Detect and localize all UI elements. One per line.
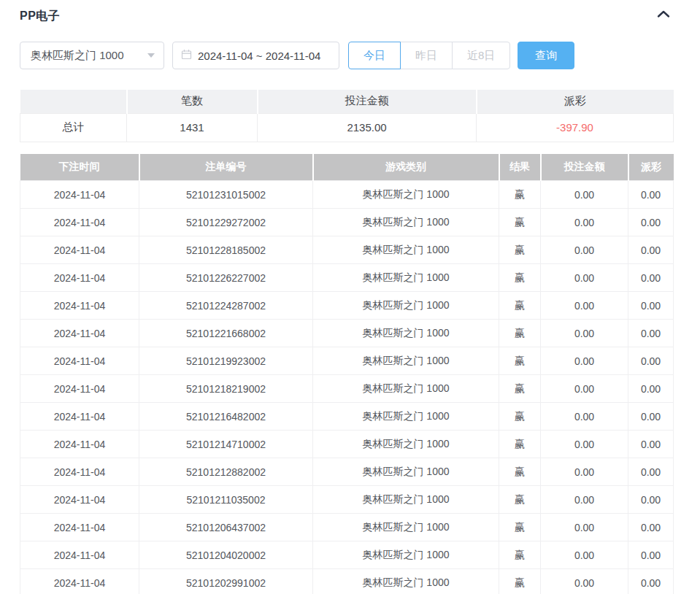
cell-payout: 0.00 <box>628 541 674 569</box>
date-range-value: 2024-11-04 ~ 2024-11-04 <box>198 50 320 62</box>
last-8-days-button[interactable]: 近8日 <box>452 42 510 69</box>
summary-header-blank <box>20 90 127 113</box>
summary-table: 笔数 投注金额 派彩 总计 1431 2135.00 -397.90 <box>20 90 674 142</box>
cell-bet-time: 2024-11-04 <box>20 431 139 458</box>
summary-header-count: 笔数 <box>127 90 258 113</box>
bet-table-body: 2024-11-0452101231015002奥林匹斯之门 1000赢0.00… <box>20 181 674 594</box>
header-result: 结果 <box>499 154 541 181</box>
pp-electronic-panel: PP电子 奥林匹斯之门 1000 2024-11-04 ~ 2024-11-04… <box>0 0 700 594</box>
cell-order-number: 52101228185002 <box>139 236 313 264</box>
game-select-value: 奥林匹斯之门 1000 <box>31 49 147 63</box>
today-button[interactable]: 今日 <box>348 42 401 69</box>
cell-payout: 0.00 <box>628 292 674 320</box>
summary-total-payout: -397.90 <box>477 113 674 142</box>
table-row: 2024-11-0452101211035002奥林匹斯之门 1000赢0.00… <box>20 486 674 514</box>
table-row: 2024-11-0452101231015002奥林匹斯之门 1000赢0.00… <box>20 181 674 209</box>
caret-down-icon <box>147 53 155 58</box>
cell-game-category: 奥林匹斯之门 1000 <box>313 181 499 209</box>
cell-bet-amount: 0.00 <box>541 514 628 541</box>
cell-bet-time: 2024-11-04 <box>20 236 139 264</box>
cell-order-number: 52101211035002 <box>139 486 313 514</box>
cell-payout: 0.00 <box>628 236 674 264</box>
cell-bet-amount: 0.00 <box>541 431 628 458</box>
cell-bet-amount: 0.00 <box>541 486 628 514</box>
cell-payout: 0.00 <box>628 431 674 458</box>
cell-result: 赢 <box>499 375 541 403</box>
cell-payout: 0.00 <box>628 458 674 486</box>
summary-total-count: 1431 <box>127 113 258 142</box>
cell-payout: 0.00 <box>628 181 674 209</box>
table-row: 2024-11-0452101228185002奥林匹斯之门 1000赢0.00… <box>20 236 674 264</box>
cell-game-category: 奥林匹斯之门 1000 <box>313 403 499 431</box>
cell-result: 赢 <box>499 320 541 347</box>
date-range-input[interactable]: 2024-11-04 ~ 2024-11-04 <box>172 42 339 69</box>
cell-bet-time: 2024-11-04 <box>20 375 139 403</box>
cell-order-number: 52101231015002 <box>139 181 313 209</box>
cell-result: 赢 <box>499 347 541 375</box>
yesterday-button[interactable]: 昨日 <box>400 42 453 69</box>
cell-result: 赢 <box>499 569 541 594</box>
cell-result: 赢 <box>499 209 541 236</box>
cell-bet-time: 2024-11-04 <box>20 292 139 320</box>
summary-header-bet-amount: 投注金额 <box>258 90 477 113</box>
cell-payout: 0.00 <box>628 347 674 375</box>
table-row: 2024-11-0452101224287002奥林匹斯之门 1000赢0.00… <box>20 292 674 320</box>
cell-game-category: 奥林匹斯之门 1000 <box>313 569 499 594</box>
cell-bet-time: 2024-11-04 <box>20 264 139 292</box>
table-row: 2024-11-0452101218219002奥林匹斯之门 1000赢0.00… <box>20 375 674 403</box>
cell-bet-amount: 0.00 <box>541 375 628 403</box>
cell-bet-amount: 0.00 <box>541 236 628 264</box>
cell-bet-amount: 0.00 <box>541 458 628 486</box>
cell-bet-time: 2024-11-04 <box>20 347 139 375</box>
cell-bet-time: 2024-11-04 <box>20 569 139 594</box>
header-order-number: 注单编号 <box>139 154 313 181</box>
header-bet-amount: 投注金额 <box>541 154 628 181</box>
cell-order-number: 52101206437002 <box>139 514 313 541</box>
cell-order-number: 52101218219002 <box>139 375 313 403</box>
header-payout: 派彩 <box>628 154 674 181</box>
cell-payout: 0.00 <box>628 209 674 236</box>
cell-game-category: 奥林匹斯之门 1000 <box>313 209 499 236</box>
table-row: 2024-11-0452101219923002奥林匹斯之门 1000赢0.00… <box>20 347 674 375</box>
cell-game-category: 奥林匹斯之门 1000 <box>313 514 499 541</box>
cell-order-number: 52101212882002 <box>139 458 313 486</box>
cell-game-category: 奥林匹斯之门 1000 <box>313 375 499 403</box>
cell-bet-amount: 0.00 <box>541 181 628 209</box>
cell-order-number: 52101204020002 <box>139 541 313 569</box>
cell-bet-amount: 0.00 <box>541 347 628 375</box>
cell-result: 赢 <box>499 236 541 264</box>
cell-bet-time: 2024-11-04 <box>20 541 139 569</box>
cell-payout: 0.00 <box>628 569 674 594</box>
cell-order-number: 52101221668002 <box>139 320 313 347</box>
cell-game-category: 奥林匹斯之门 1000 <box>313 236 499 264</box>
cell-bet-time: 2024-11-04 <box>20 181 139 209</box>
cell-bet-amount: 0.00 <box>541 264 628 292</box>
cell-game-category: 奥林匹斯之门 1000 <box>313 431 499 458</box>
panel-title: PP电子 <box>20 9 700 24</box>
summary-total-label: 总计 <box>20 113 127 142</box>
cell-bet-time: 2024-11-04 <box>20 514 139 541</box>
cell-bet-time: 2024-11-04 <box>20 486 139 514</box>
header-bet-time: 下注时间 <box>20 154 139 181</box>
cell-payout: 0.00 <box>628 486 674 514</box>
cell-payout: 0.00 <box>628 514 674 541</box>
cell-payout: 0.00 <box>628 375 674 403</box>
summary-header-row: 笔数 投注金额 派彩 <box>20 90 674 113</box>
game-select[interactable]: 奥林匹斯之门 1000 <box>20 42 164 69</box>
cell-order-number: 52101214710002 <box>139 431 313 458</box>
cell-bet-amount: 0.00 <box>541 541 628 569</box>
cell-game-category: 奥林匹斯之门 1000 <box>313 320 499 347</box>
cell-result: 赢 <box>499 264 541 292</box>
cell-bet-amount: 0.00 <box>541 403 628 431</box>
table-row: 2024-11-0452101229272002奥林匹斯之门 1000赢0.00… <box>20 209 674 236</box>
cell-order-number: 52101229272002 <box>139 209 313 236</box>
cell-game-category: 奥林匹斯之门 1000 <box>313 292 499 320</box>
cell-bet-time: 2024-11-04 <box>20 209 139 236</box>
query-button[interactable]: 查询 <box>518 42 574 69</box>
cell-result: 赢 <box>499 181 541 209</box>
quick-filter-group: 今日 昨日 近8日 <box>348 42 510 69</box>
table-row: 2024-11-0452101226227002奥林匹斯之门 1000赢0.00… <box>20 264 674 292</box>
collapse-button[interactable] <box>655 6 672 23</box>
chevron-up-icon <box>657 9 670 20</box>
cell-result: 赢 <box>499 292 541 320</box>
